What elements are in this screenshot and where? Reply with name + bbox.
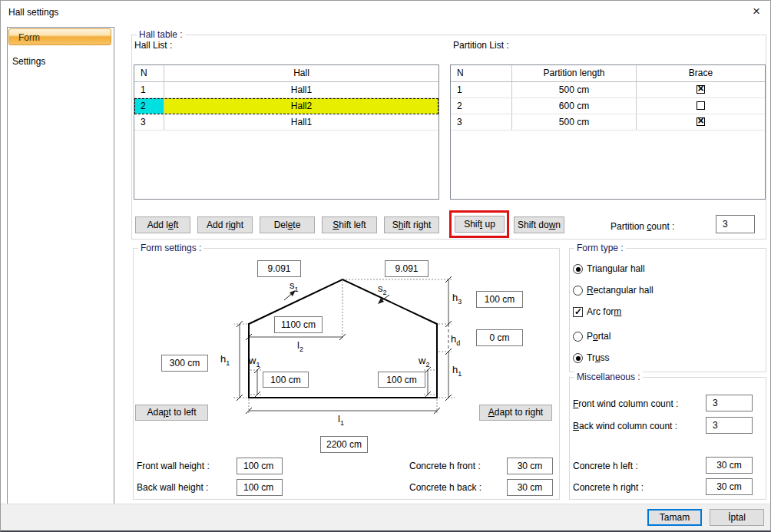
- truss-radio[interactable]: [573, 353, 583, 363]
- w2-input[interactable]: 100 cm: [378, 372, 425, 388]
- arc-form-label: Arc form: [587, 306, 621, 317]
- concrete-h-right-input[interactable]: 30 cm: [706, 478, 753, 495]
- concrete-h-left-input[interactable]: 30 cm: [706, 457, 753, 474]
- dim-label-w1: w1: [249, 355, 260, 368]
- form-type-group: Form type : Triangular hall Rectangular …: [569, 248, 766, 372]
- partition-list-label: Partition List :: [453, 40, 509, 51]
- cell-n: 2: [451, 98, 511, 114]
- hall-list-label: Hall List :: [134, 40, 172, 51]
- add-left-button[interactable]: Add left: [135, 216, 190, 233]
- cell-brace: [636, 82, 765, 97]
- partition-list-table: N Partition length Brace 1 500 cm 2 600 …: [450, 64, 766, 200]
- hd-input[interactable]: 0 cm: [476, 329, 523, 346]
- cell-hall: Hall1: [164, 82, 438, 97]
- portal-label: Portal: [587, 331, 611, 342]
- rectangular-hall-radio[interactable]: [573, 286, 583, 296]
- concrete-h-right-label: Concrete h right :: [573, 482, 644, 493]
- cell-partition-length: 500 cm: [511, 114, 636, 130]
- cell-n: 3: [134, 114, 164, 130]
- w1-input[interactable]: 100 cm: [263, 372, 309, 388]
- window-title: Hall settings: [8, 7, 58, 18]
- slope-right-input[interactable]: 9.091: [385, 260, 429, 277]
- table-row-selected[interactable]: 2 Hall2: [134, 98, 438, 114]
- dim-label-h3: h3: [452, 292, 462, 306]
- header-brace: Brace: [636, 65, 765, 81]
- brace-checkbox[interactable]: [697, 101, 705, 110]
- titlebar: Hall settings ×: [1, 1, 770, 24]
- front-wall-height-label: Front wall height :: [137, 461, 210, 471]
- cell-hall: Hall2: [164, 98, 438, 114]
- shift-left-button[interactable]: Shift left: [322, 216, 377, 233]
- h3-input[interactable]: 100 cm: [476, 291, 523, 308]
- dim-label-s1: s1: [290, 279, 299, 293]
- sidebar-item-settings[interactable]: Settings: [12, 55, 45, 68]
- table-row[interactable]: 2 600 cm: [451, 98, 765, 114]
- partition-count-label: Partition count :: [611, 221, 674, 232]
- l1-input[interactable]: 2200 cm: [320, 436, 368, 453]
- ok-button[interactable]: Tamam: [647, 509, 702, 526]
- cell-n: 2: [134, 98, 164, 114]
- cell-brace: [636, 98, 765, 114]
- concrete-h-back-label: Concrete h back :: [409, 482, 481, 493]
- back-wall-height-input[interactable]: 100 cm: [237, 479, 283, 496]
- cell-n: 1: [134, 82, 164, 97]
- close-icon[interactable]: ×: [753, 5, 760, 18]
- concrete-h-front-label: Concrete h front :: [409, 461, 481, 471]
- partition-list-header: N Partition length Brace: [451, 65, 765, 82]
- adapt-to-left-button[interactable]: Adapt to left: [135, 405, 208, 421]
- concrete-h-front-input[interactable]: 30 cm: [507, 458, 553, 474]
- miscellaneous-group: Miscellaneous : Front wind column count …: [569, 377, 766, 500]
- arc-form-checkbox[interactable]: [573, 307, 583, 317]
- cell-hall: Hall1: [164, 114, 438, 130]
- truss-label: Truss: [587, 352, 610, 363]
- header-n: N: [451, 65, 511, 81]
- dim-label-w2: w2: [419, 355, 429, 368]
- dim-label-l2: l2: [297, 339, 303, 353]
- hall-list-table: N Hall 1 Hall1 2 Hall2 3 Hall1: [134, 64, 439, 200]
- shift-right-button[interactable]: Shift right: [384, 216, 439, 233]
- cell-partition-length: 600 cm: [511, 98, 636, 114]
- header-partition-length: Partition length: [511, 65, 636, 81]
- table-row[interactable]: 1 500 cm: [451, 82, 765, 98]
- sidebar-item-form[interactable]: Form: [8, 28, 111, 45]
- hall-list-header: N Hall: [134, 65, 438, 82]
- partition-count-input[interactable]: 3: [716, 215, 755, 233]
- h1-left-input[interactable]: 300 cm: [161, 355, 208, 372]
- triangular-hall-radio[interactable]: [573, 264, 583, 274]
- front-wall-height-input[interactable]: 100 cm: [237, 458, 283, 474]
- table-row[interactable]: 1 Hall1: [134, 82, 438, 98]
- sidebar: Form Settings: [7, 27, 114, 505]
- dim-label-l1: l1: [338, 413, 344, 427]
- cell-brace: [636, 114, 765, 130]
- slope-left-input[interactable]: 9.091: [257, 260, 301, 277]
- back-wind-column-count-input[interactable]: 3: [706, 417, 753, 434]
- form-type-group-label: Form type :: [574, 243, 626, 253]
- brace-checkbox[interactable]: [697, 117, 705, 126]
- back-wall-height-label: Back wall height :: [137, 482, 208, 493]
- concrete-h-back-input[interactable]: 30 cm: [507, 479, 553, 496]
- rectangular-hall-label: Rectangular hall: [587, 285, 654, 296]
- dim-label-h1-right: h1: [452, 364, 462, 378]
- miscellaneous-group-label: Miscellaneous :: [574, 372, 643, 382]
- cell-n: 3: [451, 114, 511, 130]
- hall-table-group-label: Hall table :: [137, 29, 185, 40]
- concrete-h-left-label: Concrete h left :: [573, 461, 638, 471]
- front-wind-column-count-input[interactable]: 3: [706, 395, 753, 411]
- cancel-button[interactable]: İptal: [710, 509, 764, 526]
- cell-n: 1: [451, 82, 511, 97]
- shift-down-button[interactable]: Shift down: [514, 216, 564, 233]
- portal-radio[interactable]: [573, 332, 583, 342]
- header-hall: Hall: [164, 65, 438, 81]
- dim-label-hd: hd: [451, 333, 460, 347]
- l2-input[interactable]: 1100 cm: [274, 316, 323, 333]
- table-row[interactable]: 3 500 cm: [451, 114, 765, 131]
- table-row[interactable]: 3 Hall1: [134, 114, 438, 131]
- add-right-button[interactable]: Add right: [197, 216, 253, 233]
- hall-settings-dialog: Hall settings × Form Settings Hall table…: [0, 0, 771, 532]
- shift-up-button[interactable]: Shift up: [455, 216, 505, 233]
- form-settings-group: Form settings :: [133, 248, 560, 500]
- adapt-to-right-button[interactable]: Adapt to right: [479, 405, 552, 421]
- brace-checkbox[interactable]: [697, 85, 705, 94]
- dim-label-s2: s2: [378, 283, 387, 296]
- delete-button[interactable]: Delete: [260, 216, 315, 233]
